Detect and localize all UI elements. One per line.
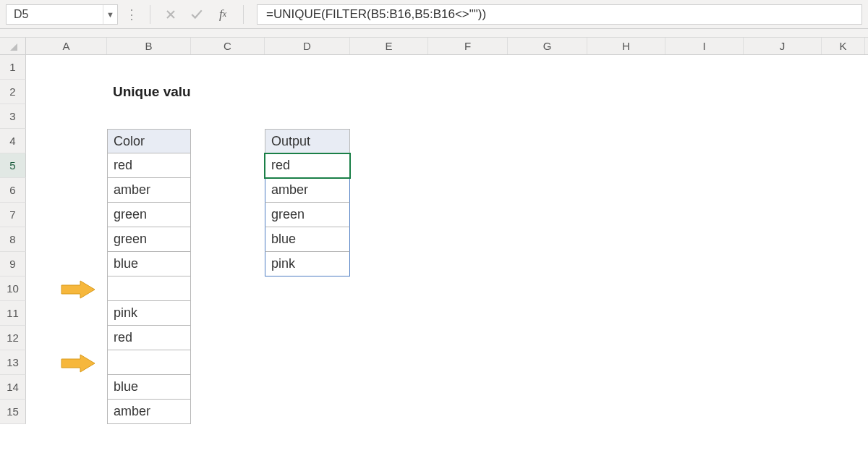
cell[interactable] <box>428 350 508 375</box>
cell[interactable] <box>587 375 665 400</box>
cell[interactable] <box>26 276 107 301</box>
cell[interactable] <box>508 104 587 129</box>
cell[interactable] <box>587 55 665 80</box>
cell[interactable] <box>265 80 350 104</box>
row-header-15[interactable]: 15 <box>0 400 26 424</box>
col-header-G[interactable]: G <box>508 38 587 54</box>
cell[interactable] <box>587 80 665 104</box>
row-header-5[interactable]: 5 <box>0 153 26 178</box>
cell[interactable] <box>191 252 265 276</box>
col-header-H[interactable]: H <box>587 38 665 54</box>
cell[interactable] <box>428 252 508 276</box>
cell[interactable] <box>822 301 865 326</box>
cell[interactable] <box>665 276 744 301</box>
cell[interactable] <box>508 400 587 424</box>
cell[interactable] <box>350 153 428 178</box>
cell[interactable] <box>26 80 107 104</box>
cell[interactable] <box>191 178 265 203</box>
active-cell[interactable]: red <box>265 153 350 178</box>
cell[interactable] <box>107 350 191 375</box>
cell[interactable] <box>822 326 865 350</box>
cell[interactable] <box>822 104 865 129</box>
cell[interactable] <box>665 400 744 424</box>
cell[interactable] <box>428 129 508 153</box>
name-box-dropdown-icon[interactable]: ▼ <box>103 5 117 24</box>
row-header-11[interactable]: 11 <box>0 301 26 326</box>
cell[interactable] <box>508 252 587 276</box>
cell[interactable] <box>107 55 191 80</box>
row-header-6[interactable]: 6 <box>0 178 26 203</box>
col-header-C[interactable]: C <box>191 38 265 54</box>
cell[interactable] <box>191 153 265 178</box>
cell[interactable] <box>191 400 265 424</box>
cell[interactable] <box>265 276 350 301</box>
cell[interactable] <box>744 104 822 129</box>
cell[interactable]: amber <box>107 178 191 203</box>
cell[interactable] <box>665 350 744 375</box>
cell[interactable] <box>508 375 587 400</box>
cell[interactable]: blue <box>107 375 191 400</box>
cell[interactable] <box>822 276 865 301</box>
cell[interactable] <box>744 276 822 301</box>
cell[interactable] <box>428 80 508 104</box>
cell[interactable] <box>822 129 865 153</box>
cell[interactable] <box>350 276 428 301</box>
cell[interactable]: red <box>107 326 191 350</box>
cell[interactable] <box>508 129 587 153</box>
cell[interactable]: pink <box>265 252 350 276</box>
cell[interactable]: green <box>107 203 191 227</box>
cell[interactable] <box>744 301 822 326</box>
cell[interactable] <box>350 104 428 129</box>
col-header-B[interactable]: B <box>107 38 191 54</box>
cell[interactable] <box>587 350 665 375</box>
cell[interactable] <box>508 178 587 203</box>
cell[interactable] <box>265 375 350 400</box>
cell[interactable] <box>26 375 107 400</box>
cell[interactable] <box>587 326 665 350</box>
cell[interactable] <box>665 129 744 153</box>
cell[interactable] <box>508 227 587 252</box>
cell[interactable] <box>107 276 191 301</box>
cell[interactable] <box>587 301 665 326</box>
cell[interactable] <box>744 80 822 104</box>
cell[interactable] <box>350 55 428 80</box>
cell[interactable] <box>508 326 587 350</box>
cell[interactable] <box>265 326 350 350</box>
cell[interactable] <box>744 153 822 178</box>
cell[interactable] <box>428 203 508 227</box>
cell[interactable] <box>26 400 107 424</box>
cell[interactable] <box>350 227 428 252</box>
cell[interactable] <box>744 55 822 80</box>
cell[interactable] <box>350 350 428 375</box>
cell[interactable] <box>191 350 265 375</box>
cell[interactable] <box>508 350 587 375</box>
cell[interactable] <box>744 227 822 252</box>
cell[interactable] <box>350 375 428 400</box>
enter-icon[interactable] <box>187 4 207 25</box>
cell[interactable] <box>350 203 428 227</box>
cell[interactable] <box>191 55 265 80</box>
cell[interactable] <box>350 80 428 104</box>
cell[interactable] <box>428 301 508 326</box>
cell[interactable] <box>26 129 107 153</box>
cell[interactable] <box>587 104 665 129</box>
cell[interactable] <box>508 153 587 178</box>
cell[interactable] <box>587 153 665 178</box>
cell[interactable]: blue <box>265 227 350 252</box>
col-header-K[interactable]: K <box>822 38 865 54</box>
cell[interactable] <box>665 301 744 326</box>
cell[interactable] <box>26 301 107 326</box>
cell[interactable] <box>665 153 744 178</box>
row-header-2[interactable]: 2 <box>0 80 26 104</box>
cell[interactable] <box>587 252 665 276</box>
cell[interactable] <box>822 80 865 104</box>
cell[interactable] <box>265 350 350 375</box>
cell[interactable] <box>822 178 865 203</box>
cell[interactable] <box>744 350 822 375</box>
cell[interactable] <box>265 55 350 80</box>
cell[interactable] <box>350 252 428 276</box>
cell[interactable] <box>107 104 191 129</box>
spreadsheet-grid[interactable]: A B C D E F G H I J K 1 2 <box>0 38 868 424</box>
cell[interactable] <box>350 326 428 350</box>
col-header-J[interactable]: J <box>744 38 822 54</box>
